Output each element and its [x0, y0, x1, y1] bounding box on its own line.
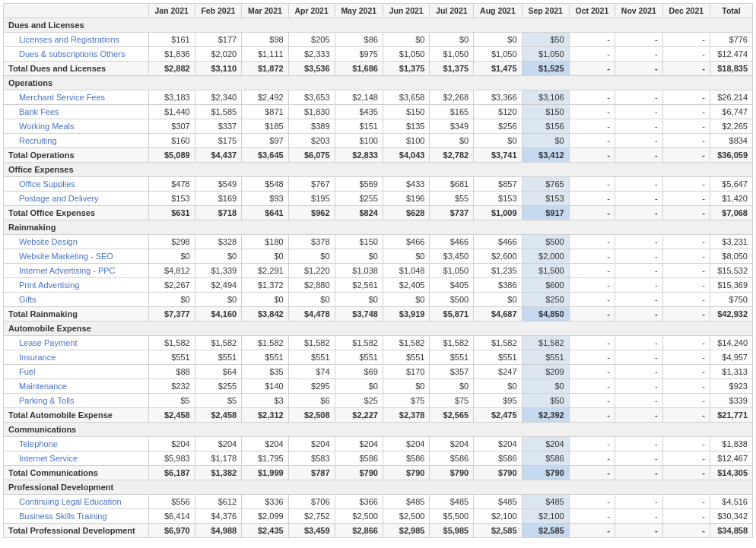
table-row: Parking & Tolls$5$5$3$6$25$75$75$95$50--…: [4, 394, 753, 408]
table-row: Postage and Delivery$153$169$93$195$255$…: [4, 192, 753, 206]
table-row: Gifts$0$0$0$0$0$0$500$0$250---$750: [4, 293, 753, 307]
total-cell-value: $2,378: [383, 408, 430, 423]
cell-value: $857: [474, 177, 522, 192]
section-rainmaking: Rainmaking: [4, 220, 753, 235]
cell-value: $600: [522, 278, 569, 293]
cell-value: $255: [335, 192, 383, 206]
cell-value: $93: [242, 192, 289, 206]
cell-value: -: [662, 451, 710, 466]
cell-value: $551: [335, 350, 383, 365]
cell-value: $0: [383, 33, 430, 47]
cell-value: -: [662, 437, 710, 451]
cell-value: -: [615, 177, 663, 192]
cell-value: $100: [383, 134, 430, 148]
cell-value: -: [569, 264, 615, 278]
cell-value: $12,467: [710, 451, 752, 466]
cell-value: $0: [474, 33, 522, 47]
total-cell-value: $790: [430, 466, 474, 480]
total-cell-value: $4,988: [195, 524, 242, 538]
cell-value: $0: [383, 379, 430, 394]
row-label: Continuing Legal Education: [4, 495, 149, 509]
cell-value: $0: [288, 249, 335, 264]
total-cell-value: $3,748: [335, 307, 383, 322]
cell-value: $776: [710, 33, 752, 47]
cell-value: $1,420: [710, 192, 752, 206]
cell-value: $30,342: [710, 509, 752, 524]
cell-value: $0: [335, 379, 383, 394]
total-cell-value: $1,375: [430, 62, 474, 76]
total-cell-value: -: [569, 524, 615, 538]
cell-value: $433: [383, 177, 430, 192]
total-cell-value: $4,043: [383, 148, 430, 163]
total-cell-value: -: [615, 148, 663, 163]
row-label: Parking & Tolls: [4, 394, 149, 408]
cell-value: $95: [474, 394, 522, 408]
row-label: Working Meals: [4, 119, 149, 134]
table-row: Website Marketing - SEO$0$0$0$0$0$0$3,45…: [4, 249, 753, 264]
cell-value: $120: [474, 105, 522, 119]
total-cell-value: -: [615, 524, 663, 538]
cell-value: $586: [430, 451, 474, 466]
cell-value: $975: [335, 47, 383, 62]
section-label: Dues and Licenses: [4, 18, 753, 33]
table-row: Website Design$298$328$180$378$150$466$4…: [4, 235, 753, 249]
cell-value: $55: [430, 192, 474, 206]
cell-value: $549: [195, 177, 242, 192]
row-label: Website Design: [4, 235, 149, 249]
cell-value: $871: [242, 105, 289, 119]
cell-value: $250: [522, 293, 569, 307]
cell-value: -: [615, 33, 663, 47]
cell-value: $466: [430, 235, 474, 249]
cell-value: $1,582: [148, 336, 195, 350]
cell-value: $204: [430, 437, 474, 451]
total-cell-value: $4,687: [474, 307, 522, 322]
cell-value: $551: [474, 350, 522, 365]
row-label: Recruiting: [4, 134, 149, 148]
cell-value: -: [569, 90, 615, 105]
total-cell-value: $2,458: [148, 408, 195, 423]
total-cell-value: $14,305: [710, 466, 752, 480]
cell-value: $3,183: [148, 90, 195, 105]
cell-value: $569: [335, 177, 383, 192]
cell-value: -: [569, 249, 615, 264]
cell-value: $175: [195, 134, 242, 148]
cell-value: $2,265: [710, 119, 752, 134]
cell-value: $1,050: [430, 264, 474, 278]
cell-value: $98: [242, 33, 289, 47]
total-cell-value: $6,970: [148, 524, 195, 538]
cell-value: $3,366: [474, 90, 522, 105]
table-row: Fuel$88$64$35$74$69$170$357$247$209---$1…: [4, 365, 753, 379]
cell-value: $2,291: [242, 264, 289, 278]
cell-value: $500: [522, 235, 569, 249]
cell-value: $195: [288, 192, 335, 206]
table-row: Licenses and Registrations$161$177$98$20…: [4, 33, 753, 47]
cell-value: $5: [148, 394, 195, 408]
total-cell-value: $3,412: [522, 148, 569, 163]
total-cell-value: $2,475: [474, 408, 522, 423]
cell-value: -: [569, 293, 615, 307]
header-row: Jan 2021Feb 2021Mar 2021Apr 2021May 2021…: [4, 4, 753, 18]
header-month-13: Total: [710, 4, 752, 18]
total-cell-value: -: [662, 466, 710, 480]
row-label: Internet Advertising - PPC: [4, 264, 149, 278]
cell-value: $0: [242, 249, 289, 264]
total-label: Total Operations: [4, 148, 149, 163]
total-cell-value: $2,508: [288, 408, 335, 423]
cell-value: $156: [522, 119, 569, 134]
cell-value: -: [662, 235, 710, 249]
cell-value: $232: [148, 379, 195, 394]
cell-value: $0: [430, 33, 474, 47]
header-month-2: Feb 2021: [195, 4, 242, 18]
row-label: Licenses and Registrations: [4, 33, 149, 47]
row-label: Dues & subscriptions Others: [4, 47, 149, 62]
section-automobile-expense: Automobile Expense: [4, 322, 753, 336]
cell-value: $1,582: [430, 336, 474, 350]
header-month-8: Aug 2021: [474, 4, 522, 18]
total-cell-value: $787: [288, 466, 335, 480]
cell-value: $3,106: [522, 90, 569, 105]
total-cell-value: $790: [335, 466, 383, 480]
total-cell-value: $2,227: [335, 408, 383, 423]
cell-value: $1,372: [242, 278, 289, 293]
cell-value: $612: [195, 495, 242, 509]
cell-value: -: [569, 394, 615, 408]
